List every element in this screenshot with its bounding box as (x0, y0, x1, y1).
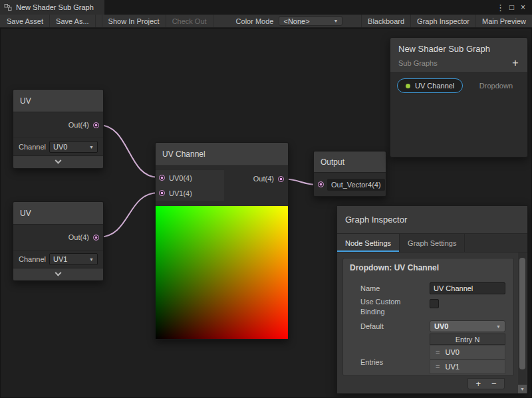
maximize-icon[interactable]: □ (506, 1, 517, 13)
entry-label: UV1 (445, 363, 459, 371)
card-title: Dropdown: UV Channel (343, 258, 513, 276)
main-preview-toggle-button[interactable]: Main Preview (475, 15, 532, 27)
uv-node-bottom-channel-dropdown[interactable]: UV1 ▼ (49, 253, 98, 265)
uv-node-top-header[interactable]: UV (13, 90, 103, 112)
uv-node-bottom-header[interactable]: UV (13, 202, 103, 225)
uv-node-bottom-out-row: Out(4) (13, 225, 103, 250)
add-entry-button[interactable]: + (475, 379, 481, 389)
uv-node-bottom[interactable]: UV Out(4) Channel UV1 ▼ (13, 201, 104, 281)
uv-node-bottom-collapse-button[interactable] (13, 268, 103, 280)
uv-channel-node[interactable]: UV Channel UV0(4) UV1(4) Out(4) (155, 142, 289, 340)
drag-handle-icon[interactable]: = (436, 348, 440, 356)
toolbar-right-group: Blackboard Graph Inspector Main Preview (361, 15, 532, 27)
chevron-down-icon: ▼ (334, 19, 338, 23)
add-property-button[interactable]: + (509, 57, 522, 69)
uv-node-top-out-port[interactable] (93, 122, 99, 128)
use-custom-binding-label: Use Custom Binding (360, 297, 422, 318)
graph-inspector-title: Graph Inspector (345, 215, 407, 225)
close-icon[interactable]: × (517, 1, 529, 13)
uv-channel-node-ports: UV0(4) UV1(4) Out(4) (156, 166, 288, 206)
entry-row-uv0[interactable]: = UV0 (430, 345, 505, 359)
in-port-label: Out_Vector4(4) (327, 179, 385, 191)
uv-channel-node-header[interactable]: UV Channel (156, 143, 288, 166)
graph-inspector-toggle-button[interactable]: Graph Inspector (410, 15, 475, 27)
graph-canvas[interactable]: UV Out(4) Channel UV0 ▼ UV (0, 28, 532, 398)
tab-title: New Shader Sub Graph (16, 3, 94, 11)
entries-list-header: Entry N (430, 334, 505, 345)
output-node-header[interactable]: Output (314, 151, 386, 173)
channel-value: UV0 (53, 143, 67, 151)
out-port-label: Out(4) (68, 121, 89, 129)
blackboard-item-uv-channel[interactable]: UV Channel (397, 78, 463, 93)
uv1-input-port[interactable] (159, 190, 165, 196)
output-node[interactable]: Output Out_Vector4(4) (313, 151, 386, 197)
entry-row-uv1[interactable]: = UV1 (430, 359, 505, 374)
uv0-input-row: UV0(4) (156, 170, 224, 185)
edge-uv1-to-uvchannel[interactable] (98, 193, 158, 237)
chevron-down-icon: ▼ (89, 257, 94, 262)
uv-node-top-collapse-button[interactable] (13, 155, 103, 168)
window-tab-bar: New Shader Sub Graph ⋮ □ × (0, 0, 532, 15)
save-as-button[interactable]: Save As... (50, 15, 96, 27)
blackboard-header[interactable]: New Shader Sub Graph Sub Graphs + (390, 38, 527, 73)
uv-node-bottom-channel-row: Channel UV1 ▼ (13, 250, 103, 268)
blackboard-subtitle: Sub Graphs (398, 59, 519, 67)
color-mode-label: Color Mode (231, 15, 279, 27)
uv-channel-out-row: Out(4) (253, 175, 284, 183)
default-label: Default (360, 322, 384, 330)
graph-toolbar: Save Asset Save As... Show In Project Ch… (0, 15, 532, 28)
blackboard-toggle-button[interactable]: Blackboard (361, 15, 410, 27)
channel-label: Channel (19, 143, 47, 151)
blackboard-body: UV Channel Dropdown (390, 73, 527, 98)
default-value: UV0 (434, 322, 448, 330)
blackboard-item-type: Dropdown (479, 82, 521, 90)
dropdown-settings-card: Dropdown: UV Channel Name Use Custom Bin… (342, 258, 514, 376)
uv-node-top-channel-row: Channel UV0 ▼ (13, 138, 103, 155)
inspector-tabs: Node Settings Graph Settings (337, 234, 527, 252)
shader-graph-window: New Shader Sub Graph ⋮ □ × Save Asset Sa… (0, 0, 532, 398)
output-node-in-row: Out_Vector4(4) (314, 173, 386, 196)
chevron-down-icon: ▼ (496, 324, 501, 329)
blackboard-title: New Shader Sub Graph (398, 44, 519, 54)
in-port-label: UV0(4) (169, 174, 192, 182)
tab-graph-settings[interactable]: Graph Settings (400, 234, 465, 252)
node-title: Output (321, 157, 344, 167)
menu-icon[interactable]: ⋮ (495, 1, 506, 13)
uv-node-top[interactable]: UV Out(4) Channel UV0 ▼ (13, 89, 104, 169)
uv-channel-out-port[interactable] (278, 176, 284, 182)
color-mode-value: <None> (283, 17, 309, 25)
uv0-input-port[interactable] (159, 175, 165, 181)
blackboard-item-label: UV Channel (415, 82, 454, 90)
edge-uv0-to-uvchannel[interactable] (98, 125, 158, 177)
entries-label: Entries (360, 358, 383, 366)
check-out-button[interactable]: Check Out (166, 15, 213, 27)
show-in-project-button[interactable]: Show In Project (102, 15, 166, 27)
tab-node-settings[interactable]: Node Settings (337, 234, 400, 252)
entry-label: UV0 (445, 348, 459, 356)
use-custom-binding-checkbox[interactable] (430, 299, 439, 308)
channel-value: UV1 (53, 255, 67, 263)
drag-handle-icon[interactable]: = (436, 363, 440, 371)
save-asset-button[interactable]: Save Asset (0, 15, 50, 27)
color-mode-dropdown[interactable]: <None> ▼ (279, 16, 342, 26)
scrollbar-down-arrow[interactable]: ▼ (518, 385, 527, 393)
window-controls: ⋮ □ × (495, 0, 532, 15)
out-port-label: Out(4) (253, 175, 274, 183)
name-label: Name (360, 284, 380, 292)
graph-inspector-header[interactable]: Graph Inspector (337, 206, 527, 234)
blackboard-panel: New Shader Sub Graph Sub Graphs + UV Cha… (390, 37, 528, 157)
exposed-property-dot-icon (406, 84, 410, 88)
uv1-input-row: UV1(4) (156, 185, 224, 201)
default-dropdown[interactable]: UV0 ▼ (430, 320, 505, 332)
in-port-label: UV1(4) (169, 189, 192, 197)
inspector-scrollbar[interactable]: ▼ (518, 252, 527, 393)
remove-entry-button[interactable]: − (491, 379, 497, 389)
uv-node-bottom-out-port[interactable] (93, 235, 99, 241)
name-input[interactable] (430, 282, 505, 294)
tab-new-shader-sub-graph[interactable]: New Shader Sub Graph (0, 0, 104, 15)
uv-node-top-channel-dropdown[interactable]: UV0 ▼ (49, 141, 98, 153)
scrollbar-thumb[interactable] (519, 258, 525, 369)
shader-graph-icon (4, 3, 12, 11)
out-vector4-input-port[interactable] (318, 181, 324, 187)
graph-inspector-panel: Graph Inspector Node Settings Graph Sett… (336, 205, 528, 394)
